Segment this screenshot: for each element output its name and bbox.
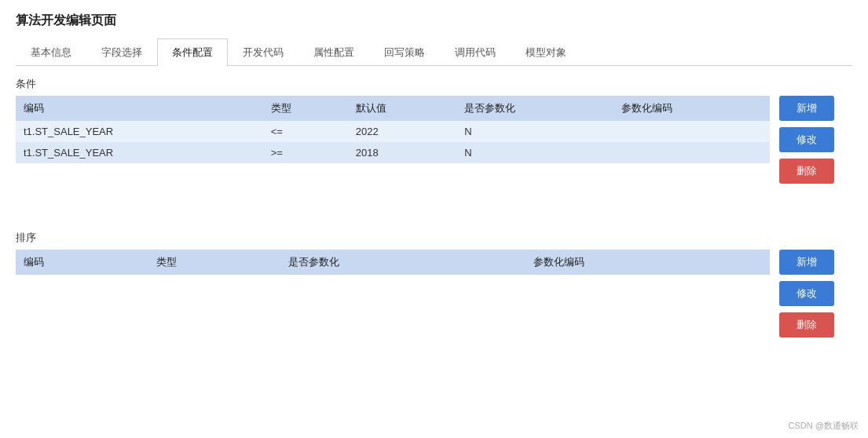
tab-bar: 基本信息 字段选择 条件配置 开发代码 属性配置 回写策略 调用代码 模型对象 [16, 38, 852, 66]
cell-type: >= [263, 142, 348, 163]
condition-col-parameterized: 是否参数化 [456, 96, 613, 121]
cell-parameterized: N [456, 121, 613, 142]
tab-attr-config[interactable]: 属性配置 [298, 38, 369, 66]
condition-section-label: 条件 [16, 77, 852, 91]
table-row[interactable]: t1.ST_SALE_YEAR<=2022N [16, 121, 770, 142]
condition-edit-button[interactable]: 修改 [779, 127, 834, 152]
condition-delete-button[interactable]: 删除 [779, 159, 834, 184]
sort-edit-button[interactable]: 修改 [779, 281, 834, 306]
cell-parameterized: N [456, 142, 613, 163]
cell-type: <= [263, 121, 348, 142]
sort-col-parameterized: 是否参数化 [280, 250, 525, 275]
cell-param_code [613, 121, 770, 142]
cell-code: t1.ST_SALE_YEAR [16, 121, 263, 142]
sort-col-code: 编码 [16, 250, 148, 275]
sort-add-button[interactable]: 新增 [779, 250, 834, 275]
sort-btn-group: 新增 修改 删除 [779, 250, 834, 338]
tab-basic-info[interactable]: 基本信息 [16, 38, 86, 66]
cell-param_code [613, 142, 770, 163]
condition-col-param-code: 参数化编码 [613, 96, 770, 121]
page-title: 算法开发编辑页面 [16, 13, 852, 29]
sort-col-param-code: 参数化编码 [526, 250, 770, 275]
sort-table: 编码 类型 是否参数化 参数化编码 [16, 250, 770, 275]
condition-table: 编码 类型 默认值 是否参数化 参数化编码 t1.ST_SALE_YEAR<=2… [16, 96, 770, 163]
condition-col-type: 类型 [263, 96, 348, 121]
condition-add-button[interactable]: 新增 [779, 96, 834, 121]
cell-default: 2018 [348, 142, 456, 163]
sort-col-type: 类型 [148, 250, 281, 275]
cell-code: t1.ST_SALE_YEAR [16, 142, 263, 163]
cell-default: 2022 [348, 121, 456, 142]
tab-field-select[interactable]: 字段选择 [86, 38, 157, 66]
condition-col-code: 编码 [16, 96, 263, 121]
condition-btn-group: 新增 修改 删除 [779, 96, 834, 184]
tab-condition-config[interactable]: 条件配置 [157, 38, 228, 66]
condition-col-default: 默认值 [348, 96, 456, 121]
tab-model-obj[interactable]: 模型对象 [511, 38, 581, 66]
sort-delete-button[interactable]: 删除 [779, 312, 834, 338]
tab-call-code[interactable]: 调用代码 [440, 38, 511, 66]
sort-table-wrapper: 编码 类型 是否参数化 参数化编码 新增 修改 删除 [16, 250, 852, 338]
tab-dev-code[interactable]: 开发代码 [228, 38, 298, 66]
tab-writeback[interactable]: 回写策略 [369, 38, 440, 66]
condition-table-wrapper: 编码 类型 默认值 是否参数化 参数化编码 t1.ST_SALE_YEAR<=2… [16, 96, 852, 184]
table-row[interactable]: t1.ST_SALE_YEAR>=2018N [16, 142, 770, 163]
sort-section-label: 排序 [16, 231, 852, 245]
